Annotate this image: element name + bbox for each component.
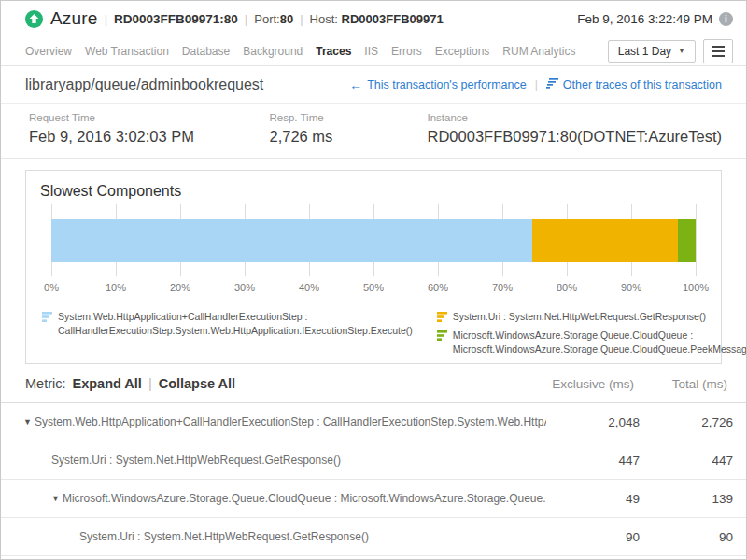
collapse-all-button[interactable]: Collapse All xyxy=(159,376,235,391)
trace-link-label: Other traces of this transaction xyxy=(563,78,722,91)
exclusive-ms-value: 447 xyxy=(546,454,640,468)
legend-item-label: System.Uri : System.Net.HttpWebRequest.G… xyxy=(453,310,706,326)
metric-table-body: ▼System.Web.HttpApplication+CallHandlerE… xyxy=(1,403,746,556)
tab-exceptions[interactable]: Exceptions xyxy=(435,45,490,58)
port-info: Port:80 xyxy=(254,12,293,26)
axis-tick-label: 10% xyxy=(106,282,126,293)
table-row[interactable]: ▼System.Web.HttpApplication+CallHandlerE… xyxy=(1,403,746,441)
header-timestamp: Feb 9, 2016 3:22:49 PM xyxy=(577,12,712,26)
summary-field-value: Feb 9, 2016 3:02:03 PM xyxy=(29,128,265,146)
column-header-total: Total (ms) xyxy=(634,377,727,391)
column-header-exclusive: Exclusive (ms) xyxy=(541,377,634,391)
metric-label: Metric: xyxy=(25,376,66,391)
bar-segment-1 xyxy=(51,219,532,262)
legend-swatch-icon xyxy=(437,330,447,357)
axis-tick-label: 50% xyxy=(363,282,384,293)
metric-name: System.Uri : System.Net.HttpWebRequest.G… xyxy=(79,530,369,543)
expand-triangle-icon[interactable]: ▼ xyxy=(51,494,60,503)
legend-item: Microsoft.WindowsAzure.Storage.Queue.Clo… xyxy=(437,329,747,357)
separator: | xyxy=(535,78,538,91)
legend-item: System.Web.HttpApplication+CallHandlerEx… xyxy=(42,310,413,338)
metric-name-cell: System.Uri : System.Net.HttpWebRequest.G… xyxy=(1,530,546,543)
monitor-status-up-icon xyxy=(25,10,43,28)
total-ms-value: 447 xyxy=(640,454,733,468)
total-ms-value: 90 xyxy=(640,530,733,544)
exclusive-ms-value: 90 xyxy=(546,530,640,544)
tab-errors[interactable]: Errors xyxy=(391,45,422,58)
tab-overview[interactable]: Overview xyxy=(25,45,72,58)
axis-tick-label: 60% xyxy=(428,282,448,293)
tab-rum-analytics[interactable]: RUM Analytics xyxy=(502,45,575,58)
total-ms-value: 2,726 xyxy=(640,415,733,429)
bar-track xyxy=(51,219,696,262)
exclusive-ms-value: 2,048 xyxy=(546,415,640,429)
arrow-left-icon: ← xyxy=(349,78,362,91)
summary-field-label: Request Time xyxy=(29,112,265,123)
axis-tick-label: 90% xyxy=(621,282,641,293)
monitor-breadcrumb: Azure | RD0003FFB09971:80 | Port:80 | Ho… xyxy=(25,8,444,29)
trace-header: libraryapp/queue/adminbookrequest ←This … xyxy=(1,66,746,104)
port-label: Port: xyxy=(254,12,279,26)
host-info: Host: RD0003FFB09971 xyxy=(310,12,444,26)
axis-tick-label: 70% xyxy=(492,282,513,293)
metric-name-cell: System.Uri : System.Net.HttpWebRequest.G… xyxy=(1,454,546,467)
axis-tick-label: 100% xyxy=(683,282,709,293)
expand-all-button[interactable]: Expand All xyxy=(73,376,142,391)
table-row: System.Uri : System.Net.HttpWebRequest.G… xyxy=(1,518,746,556)
stacked-bar-chart: 0%10%20%30%40%50%60%70%80%90%100% xyxy=(51,204,696,299)
apm-monitor-window: Azure | RD0003FFB09971:80 | Port:80 | Ho… xyxy=(0,0,747,560)
hamburger-menu-button[interactable] xyxy=(703,39,733,63)
tab-database[interactable]: Database xyxy=(182,45,230,58)
metric-name-cell: ▼Microsoft.WindowsAzure.Storage.Queue.Cl… xyxy=(1,492,546,505)
separator: | xyxy=(105,12,107,26)
legend-column: System.Web.HttpApplication+CallHandlerEx… xyxy=(42,310,413,357)
bar-segment-3 xyxy=(678,219,696,262)
bar-segment-2 xyxy=(532,219,679,262)
separator: | xyxy=(245,12,247,26)
metric-name: System.Uri : System.Net.HttpWebRequest.G… xyxy=(51,454,341,467)
trace-summary: Request TimeFeb 9, 2016 3:02:03 PMResp. … xyxy=(1,104,746,159)
axis-tick-label: 40% xyxy=(299,282,319,293)
tab-bar: OverviewWeb TransactionDatabaseBackgroun… xyxy=(1,36,746,66)
tab-web-transaction[interactable]: Web Transaction xyxy=(85,45,169,58)
metric-name-cell: ▼System.Web.HttpApplication+CallHandlerE… xyxy=(1,415,546,428)
expand-triangle-icon[interactable]: ▼ xyxy=(23,417,32,427)
axis-tick-label: 20% xyxy=(170,282,190,293)
host-value: RD0003FFB09971 xyxy=(342,12,444,26)
legend-swatch-icon xyxy=(42,312,52,338)
tab-traces[interactable]: Traces xyxy=(316,45,351,58)
axis-tick-label: 0% xyxy=(44,282,59,293)
info-icon[interactable]: i xyxy=(719,12,733,26)
axis-tick-label: 30% xyxy=(234,282,255,293)
top-header: Azure | RD0003FFB09971:80 | Port:80 | Ho… xyxy=(1,1,746,36)
summary-field-value: RD0003FFB09971:80(DOTNET:AzureTest) xyxy=(428,128,722,146)
table-row[interactable]: ▼Microsoft.WindowsAzure.Storage.Queue.Cl… xyxy=(1,480,746,518)
legend-item-label: System.Web.HttpApplication+CallHandlerEx… xyxy=(58,310,413,338)
summary-field-1: Request TimeFeb 9, 2016 3:02:03 PM xyxy=(25,112,265,146)
host-label: Host: xyxy=(310,12,342,26)
time-range-label: Last 1 Day xyxy=(618,45,671,58)
total-ms-value: 139 xyxy=(640,492,733,506)
slowest-components-panel: Slowest Components 0%10%20%30%40%50%60%7… xyxy=(25,170,722,364)
trace-link-2[interactable]: Other traces of this transaction xyxy=(546,78,722,91)
chart-title: Slowest Components xyxy=(40,183,707,200)
trace-list-icon xyxy=(546,78,558,91)
legend-item-label: Microsoft.WindowsAzure.Storage.Queue.Clo… xyxy=(453,329,747,357)
summary-field-2: Resp. Time2,726 ms xyxy=(265,112,423,146)
separator: | xyxy=(148,376,152,391)
separator: | xyxy=(300,12,303,26)
trace-links: ←This transaction's performance|Other tr… xyxy=(349,78,722,91)
summary-field-value: 2,726 ms xyxy=(269,128,423,146)
summary-field-3: InstanceRD0003FFB09971:80(DOTNET:AzureTe… xyxy=(424,112,722,146)
summary-field-label: Instance xyxy=(428,112,722,123)
metric-table-header: Metric: Expand All | Collapse All Exclus… xyxy=(1,364,746,403)
trace-link-1[interactable]: ←This transaction's performance xyxy=(349,78,527,91)
exclusive-ms-value: 49 xyxy=(546,492,640,506)
time-range-dropdown[interactable]: Last 1 Day ▼ xyxy=(608,40,696,63)
tab-iis[interactable]: IIS xyxy=(364,45,378,58)
chart-legend: System.Web.HttpApplication+CallHandlerEx… xyxy=(40,310,707,357)
hamburger-icon xyxy=(712,46,725,57)
tab-background[interactable]: Background xyxy=(243,45,303,58)
nav-tabs: OverviewWeb TransactionDatabaseBackgroun… xyxy=(25,45,575,58)
table-row: System.Uri : System.Net.HttpWebRequest.G… xyxy=(1,441,746,480)
